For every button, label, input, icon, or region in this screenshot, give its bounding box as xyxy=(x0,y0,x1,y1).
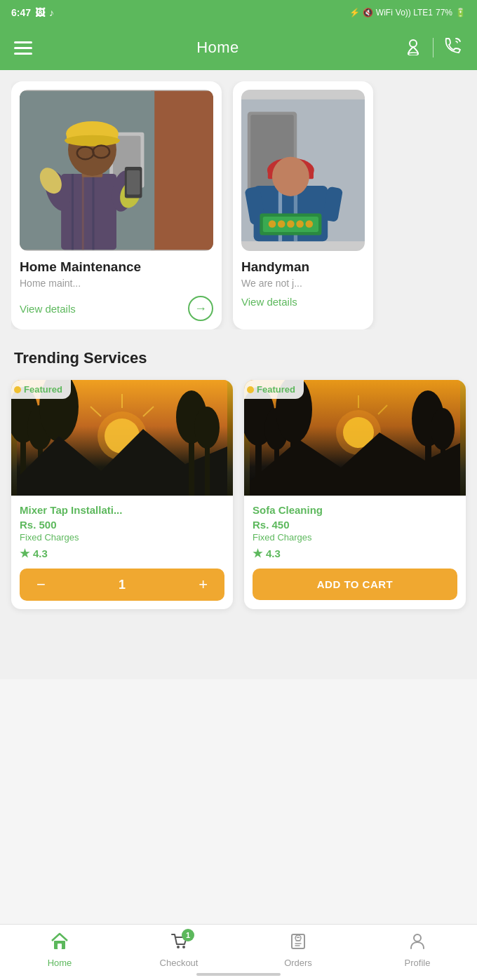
svg-point-78 xyxy=(177,946,180,948)
profile-icon xyxy=(408,932,426,955)
svg-rect-3 xyxy=(151,91,213,250)
svg-rect-24 xyxy=(127,170,140,195)
svg-rect-7 xyxy=(61,174,116,250)
nav-label-checkout: Checkout xyxy=(160,958,199,968)
qty-value: 1 xyxy=(119,578,126,592)
svg-point-0 xyxy=(410,40,417,47)
svg-point-81 xyxy=(295,935,301,941)
trending-card-1-name: Mixer Tap Installati... xyxy=(20,504,224,516)
svg-rect-10 xyxy=(93,174,95,250)
view-details-link-1[interactable]: View details xyxy=(20,303,76,315)
hamburger-line-3 xyxy=(14,53,32,55)
svg-point-75 xyxy=(431,408,455,450)
svg-point-59 xyxy=(194,407,220,449)
location-icon[interactable] xyxy=(403,36,423,60)
trending-card-2-price: Rs. 450 xyxy=(253,519,457,531)
trending-grid: Featured Mixer Tap Installati... Rs. 500… xyxy=(11,380,466,609)
service-card-1-footer: View details → xyxy=(20,296,213,321)
view-details-link-2[interactable]: View details xyxy=(241,296,297,308)
nav-item-home[interactable]: Home xyxy=(0,932,119,968)
service-card-home-maintenance[interactable]: Home Maintenance Home maint... View deta… xyxy=(11,81,222,329)
arrow-circle-1[interactable]: → xyxy=(188,296,213,321)
trending-section: Trending Services xyxy=(11,349,466,609)
service-card-1-desc: Home maint... xyxy=(20,278,213,289)
trending-card-2-charge: Fixed Charges xyxy=(253,532,457,543)
svg-point-1 xyxy=(408,53,418,55)
trending-card-1-body: Mixer Tap Installati... Rs. 500 Fixed Ch… xyxy=(11,496,233,601)
service-card-img-2 xyxy=(241,90,365,251)
nav-item-profile[interactable]: Profile xyxy=(358,932,477,968)
trending-card-mixer-tap[interactable]: Featured Mixer Tap Installati... Rs. 500… xyxy=(11,380,233,609)
svg-point-42 xyxy=(306,220,314,228)
bottom-indicator xyxy=(196,973,281,976)
featured-badge-1: Featured xyxy=(11,380,71,399)
trending-card-sofa-cleaning[interactable]: Featured Sofa Cleaning Rs. 450 Fixed Cha… xyxy=(244,380,466,609)
svg-rect-77 xyxy=(58,944,62,949)
featured-badge-2: Featured xyxy=(244,380,304,399)
trending-card-2-rating: ★ 4.3 xyxy=(253,547,457,560)
service-card-2-title: Handyman xyxy=(241,259,365,275)
trending-card-1-price: Rs. 500 xyxy=(20,519,224,531)
svg-point-19 xyxy=(65,135,120,147)
home-icon xyxy=(50,932,69,955)
qty-minus-btn[interactable]: − xyxy=(36,577,46,592)
nav-item-orders[interactable]: Orders xyxy=(238,932,358,968)
status-time: 6:47 🖼 ♪ xyxy=(11,7,54,18)
svg-point-39 xyxy=(278,220,285,228)
svg-rect-9 xyxy=(82,174,84,250)
hamburger-line-1 xyxy=(14,41,32,43)
qty-plus-btn[interactable]: + xyxy=(199,577,208,592)
star-icon-1: ★ xyxy=(20,547,29,560)
svg-rect-80 xyxy=(292,934,304,948)
app-header: Home xyxy=(0,25,477,70)
nav-label-orders: Orders xyxy=(284,958,312,968)
header-actions xyxy=(403,36,463,60)
svg-point-79 xyxy=(182,946,185,948)
orders-icon xyxy=(288,932,308,955)
header-title: Home xyxy=(196,39,239,57)
phone-icon[interactable] xyxy=(443,36,463,60)
nav-label-home: Home xyxy=(48,958,72,968)
service-card-1-title: Home Maintenance xyxy=(20,259,213,275)
hamburger-line-2 xyxy=(14,47,32,49)
svg-rect-8 xyxy=(72,174,74,250)
status-bar: 6:47 🖼 ♪ ⚡ 🔇 WiFi Vo)) LTE1 77% 🔋 xyxy=(0,0,477,25)
svg-point-38 xyxy=(269,220,276,228)
trending-card-2-body: Sofa Cleaning Rs. 450 Fixed Charges ★ 4.… xyxy=(244,496,466,608)
checkout-icon: 1 xyxy=(169,932,189,955)
checkout-badge: 1 xyxy=(182,929,194,941)
trending-title: Trending Services xyxy=(11,349,466,367)
svg-point-41 xyxy=(296,220,304,228)
add-to-cart-btn[interactable]: ADD TO CART xyxy=(253,569,457,600)
svg-point-40 xyxy=(287,220,295,228)
service-card-handyman[interactable]: Handyman We are not j... View details xyxy=(233,81,373,329)
nav-item-checkout[interactable]: 1 Checkout xyxy=(119,932,238,968)
svg-point-35 xyxy=(272,157,309,196)
header-divider xyxy=(433,38,434,57)
status-icons: ⚡ 🔇 WiFi Vo)) LTE1 77% 🔋 xyxy=(349,8,466,18)
trending-card-1-rating: ★ 4.3 xyxy=(20,547,224,560)
service-cards-row: Home Maintenance Home maint... View deta… xyxy=(11,81,466,329)
bottom-nav: Home 1 Checkout xyxy=(0,924,477,980)
service-card-2-footer: View details xyxy=(241,296,365,308)
trending-card-2-name: Sofa Cleaning xyxy=(253,504,457,516)
nav-label-profile: Profile xyxy=(405,958,431,968)
checkout-badge-container: 1 xyxy=(169,932,189,955)
main-content: Home Maintenance Home maint... View deta… xyxy=(0,70,477,679)
service-card-2-desc: We are not j... xyxy=(241,278,365,289)
qty-control-1[interactable]: − 1 + xyxy=(20,569,224,601)
service-card-img-1 xyxy=(20,90,213,251)
trending-card-1-charge: Fixed Charges xyxy=(20,532,224,543)
hamburger-menu[interactable] xyxy=(14,41,32,55)
svg-line-22 xyxy=(93,151,93,153)
svg-point-82 xyxy=(414,934,421,941)
star-icon-2: ★ xyxy=(253,547,262,560)
